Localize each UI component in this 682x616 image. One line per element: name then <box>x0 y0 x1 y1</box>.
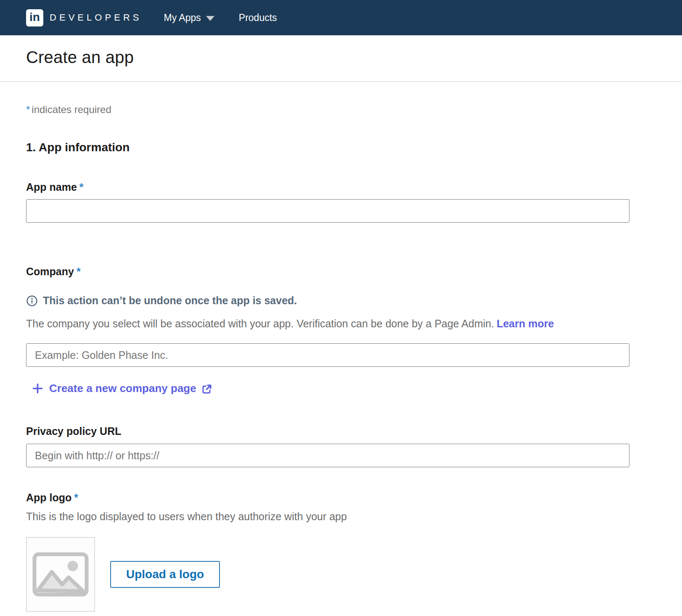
required-note-text: indicates required <box>32 104 111 115</box>
nav-my-apps[interactable]: My Apps <box>164 12 214 24</box>
create-company-page-link[interactable]: Create a new company page <box>32 382 212 395</box>
upload-logo-button[interactable]: Upload a logo <box>110 561 220 588</box>
company-notice-text: This action can’t be undone once the app… <box>43 295 297 307</box>
nav-my-apps-label: My Apps <box>164 12 201 24</box>
app-logo-description: This is the logo displayed to users when… <box>26 511 629 523</box>
required-note: *indicates required <box>26 104 629 116</box>
nav-items: My Apps Products <box>164 12 301 24</box>
learn-more-link[interactable]: Learn more <box>497 318 554 329</box>
developers-wordmark: DEVELOPERS <box>50 12 142 23</box>
privacy-policy-label: Privacy policy URL <box>26 425 629 437</box>
image-placeholder-icon <box>32 552 89 597</box>
app-name-label: App name* <box>26 181 629 193</box>
linkedin-developers-brand[interactable]: in DEVELOPERS <box>26 9 142 26</box>
top-navbar: in DEVELOPERS My Apps Products <box>0 0 682 35</box>
app-logo-label: App logo* <box>26 492 629 504</box>
page-title: Create an app <box>26 48 656 67</box>
section-heading-app-information: 1. App information <box>26 141 629 154</box>
linkedin-logo-icon: in <box>26 9 43 26</box>
company-required-asterisk: * <box>77 266 81 277</box>
plus-icon <box>32 383 43 394</box>
privacy-policy-input[interactable] <box>26 444 629 467</box>
company-input[interactable] <box>26 343 629 367</box>
app-name-required-asterisk: * <box>79 181 84 193</box>
company-notice: This action can’t be undone once the app… <box>26 295 629 307</box>
chevron-down-icon <box>206 16 214 21</box>
external-link-icon <box>201 384 212 395</box>
nav-products-label: Products <box>239 12 277 24</box>
required-asterisk: * <box>26 104 30 115</box>
app-name-input[interactable] <box>26 199 629 223</box>
create-company-page-label: Create a new company page <box>49 382 196 395</box>
company-description: The company you select will be associate… <box>26 318 629 330</box>
app-logo-preview <box>26 537 95 612</box>
create-app-form: *indicates required 1. App information A… <box>0 104 629 616</box>
company-label: Company* <box>26 266 629 278</box>
info-circle-icon <box>26 295 38 307</box>
page-header: Create an app <box>0 35 682 82</box>
app-logo-required-asterisk: * <box>74 492 78 503</box>
nav-products[interactable]: Products <box>239 12 277 24</box>
app-logo-row: Upload a logo <box>26 537 629 612</box>
